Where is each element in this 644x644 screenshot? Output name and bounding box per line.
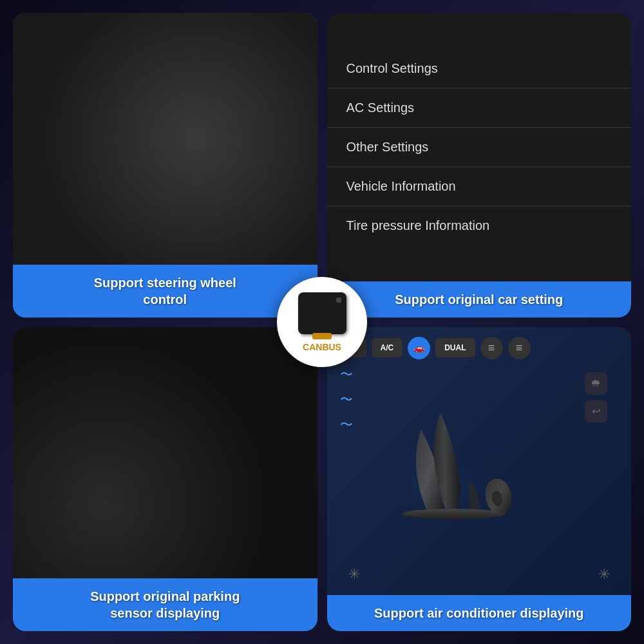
ac-fan-right[interactable]: ✳ — [592, 563, 615, 585]
parking-label-area: Support original parking sensor displayi… — [13, 578, 317, 631]
canbus-center: CANBUS — [277, 277, 367, 367]
ac-wave-control-2[interactable]: 〜 — [340, 391, 353, 408]
card-ac: ON A/C 🚗 DUAL ≡ ≡ 〜 〜 〜 — [327, 327, 632, 632]
card-parking: 🏠 ⚙ ♪ 📻 AC LG ◁ MUT ▷ LG AC START STOP S… — [13, 327, 317, 632]
ac-panel: ON A/C 🚗 DUAL ≡ ≡ 〜 〜 〜 — [327, 327, 632, 596]
ac-label-text: Support air conditioner displaying — [337, 605, 622, 621]
ac-seat-heat-left-btn[interactable]: ≡ — [480, 337, 503, 359]
settings-menu: Control Settings AC Settings Other Setti… — [327, 13, 632, 281]
card-settings: Control Settings AC Settings Other Setti… — [327, 13, 632, 317]
ac-rain-btn[interactable]: 🌧 — [585, 372, 607, 395]
ac-dual-btn[interactable]: DUAL — [435, 338, 475, 357]
ac-side-buttons: 🌧 ↩ — [585, 372, 607, 422]
fan-right-icon: ✳ — [598, 566, 610, 583]
canbus-label: CANBUS — [303, 342, 341, 352]
ac-main-area: 〜 〜 〜 — [337, 366, 622, 557]
canbus-connector — [312, 333, 332, 339]
recirc-icon: ↩ — [592, 405, 600, 417]
steering-label-area: Support steering wheel control — [13, 265, 317, 317]
menu-item-ac[interactable]: AC Settings — [327, 89, 632, 128]
rain-icon: 🌧 — [591, 377, 601, 389]
steering-image-area: MODE OK ◁ FX OK ▷) — [13, 13, 317, 265]
menu-item-tire[interactable]: Tire pressure Information — [327, 207, 632, 245]
settings-label: Support original car setting — [337, 291, 622, 308]
steering-label: Support steering wheel control — [23, 274, 308, 308]
canbus-led — [336, 298, 341, 303]
ac-fan-left[interactable]: ✳ — [343, 563, 366, 585]
menu-item-other[interactable]: Other Settings — [327, 128, 632, 167]
ac-visual-svg — [389, 403, 569, 519]
menu-item-vehicle[interactable]: Vehicle Information — [327, 167, 632, 206]
car-icon: 🚗 — [413, 343, 424, 353]
svg-point-72 — [402, 509, 505, 519]
canbus-box — [298, 292, 346, 334]
ac-seat-heat-right-btn[interactable]: ≡ — [508, 337, 531, 359]
menu-item-control[interactable]: Control Settings — [327, 50, 632, 88]
parking-label-text: Support original parking sensor displayi… — [23, 588, 308, 621]
ac-label-area: Support air conditioner displaying — [327, 595, 632, 631]
fan-left-icon: ✳ — [348, 566, 360, 583]
ac-ac-btn[interactable]: A/C — [372, 338, 403, 357]
ac-bottom-row: ✳ ✳ — [337, 563, 622, 585]
settings-label-area: Support original car setting — [327, 281, 632, 317]
ac-wave-control-3[interactable]: 〜 — [340, 416, 353, 433]
ac-car-icon-btn[interactable]: 🚗 — [408, 337, 430, 359]
ac-wave-control-1[interactable]: 〜 — [340, 366, 353, 383]
parking-image-area: 🏠 ⚙ ♪ 📻 AC LG ◁ MUT ▷ LG AC START STOP — [13, 327, 317, 579]
ac-recirc-btn[interactable]: ↩ — [585, 400, 607, 422]
ac-top-row: ON A/C 🚗 DUAL ≡ ≡ — [337, 337, 622, 359]
card-steering: MODE OK ◁ FX OK ▷) — [13, 13, 317, 317]
